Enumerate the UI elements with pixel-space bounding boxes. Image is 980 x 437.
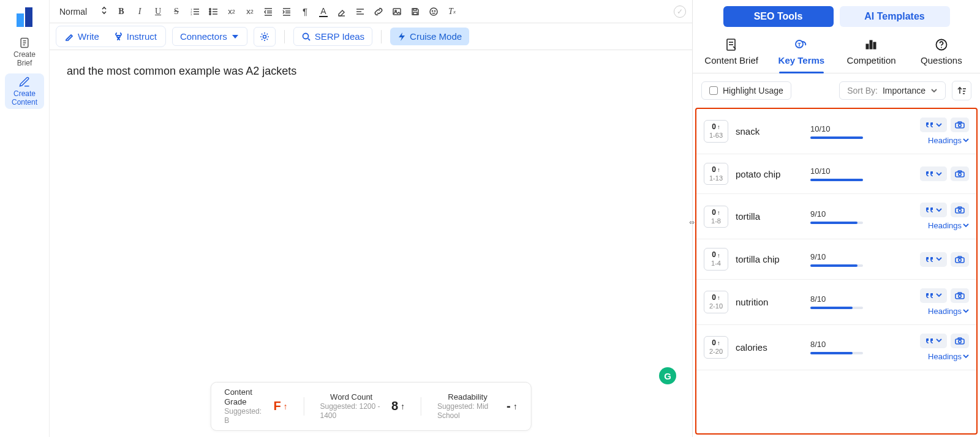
quote-icon xyxy=(925,292,934,299)
camera-icon xyxy=(955,206,965,214)
chevron-down-icon xyxy=(936,293,942,297)
sort-direction-button[interactable] xyxy=(952,81,971,100)
headings-link[interactable]: Headings xyxy=(928,352,969,361)
key-terms-tab[interactable]: T Key Terms xyxy=(766,32,836,73)
terms-icon: T xyxy=(794,38,809,51)
save-button[interactable] xyxy=(407,4,423,20)
outdent-button[interactable] xyxy=(260,4,276,20)
clear-format-button[interactable]: Tx xyxy=(444,4,460,20)
camera-button[interactable] xyxy=(951,203,969,217)
quote-button[interactable] xyxy=(920,118,947,132)
svg-point-67 xyxy=(959,295,961,297)
superscript-button[interactable]: x2 xyxy=(242,4,258,20)
content-brief-tab[interactable]: Content Brief xyxy=(696,32,766,73)
svg-point-37 xyxy=(303,33,308,39)
write-button[interactable]: Write xyxy=(58,28,107,45)
usage-badge: 0↑ 2-10 xyxy=(704,291,728,313)
quote-icon xyxy=(925,337,934,345)
headings-link[interactable]: Headings xyxy=(928,221,969,230)
grammarly-badge[interactable]: G xyxy=(659,367,676,384)
key-terms-list: 0↑ 1-63 snack 10/10 Headings 0↑ 1-13 xyxy=(695,108,978,435)
text-style-select[interactable]: Normal xyxy=(56,4,111,18)
grade-suggested: Suggested: B xyxy=(224,407,265,425)
quote-button[interactable] xyxy=(920,203,947,217)
create-brief-button[interactable]: Create Brief xyxy=(5,34,44,70)
term-name: calories xyxy=(736,342,803,353)
serp-ideas-button[interactable]: SERP Ideas xyxy=(293,27,372,46)
highlight-color-button[interactable] xyxy=(334,4,350,20)
sort-select[interactable]: Sort By: Importance xyxy=(839,81,946,100)
camera-button[interactable] xyxy=(951,288,969,303)
camera-button[interactable] xyxy=(951,334,969,348)
image-button[interactable] xyxy=(389,4,405,20)
subscript-button[interactable]: x2 xyxy=(224,4,239,20)
create-brief-label: Create Brief xyxy=(13,50,36,68)
indent-button[interactable] xyxy=(279,4,295,20)
svg-point-49 xyxy=(941,47,942,48)
term-score: 10/10 xyxy=(810,166,869,181)
underline-button[interactable]: U xyxy=(150,4,166,20)
headings-link[interactable]: Headings xyxy=(928,136,969,145)
connectors-button[interactable]: Connectors xyxy=(172,27,247,46)
bold-button[interactable]: B xyxy=(113,4,129,20)
logo xyxy=(12,2,37,27)
svg-point-33 xyxy=(432,10,432,11)
sort-value: Importance xyxy=(883,86,925,95)
arrow-up-icon: ↑ xyxy=(513,402,518,411)
link-button[interactable] xyxy=(371,4,386,20)
arrow-up-icon: ↑ xyxy=(401,402,405,411)
chevron-down-icon xyxy=(963,354,969,359)
italic-button[interactable]: I xyxy=(132,4,148,20)
term-score: 9/10 xyxy=(810,252,869,267)
quote-button[interactable] xyxy=(920,334,947,348)
grade-value: F↑ xyxy=(273,399,287,413)
emoji-button[interactable] xyxy=(426,4,442,20)
unordered-list-button[interactable] xyxy=(205,4,221,20)
questions-tab[interactable]: Questions xyxy=(907,32,976,73)
write-label: Write xyxy=(78,31,99,42)
text-color-button[interactable]: A xyxy=(315,4,331,20)
cruise-mode-button[interactable]: Cruise Mode xyxy=(390,28,469,45)
updown-icon xyxy=(101,6,107,17)
resize-handle-icon[interactable]: ⇔ xyxy=(689,219,695,226)
term-name: tortilla chip xyxy=(736,254,803,264)
settings-button[interactable] xyxy=(254,27,276,47)
chevron-down-icon xyxy=(936,123,942,127)
camera-icon xyxy=(955,337,965,345)
competition-tab[interactable]: Competition xyxy=(837,32,907,73)
highlight-usage-toggle[interactable]: Highlight Usage xyxy=(701,81,791,100)
camera-button[interactable] xyxy=(951,118,969,132)
term-name: potato chip xyxy=(736,169,803,179)
quote-button[interactable] xyxy=(920,166,947,181)
sort-label: Sort By: xyxy=(847,86,878,95)
svg-text:3: 3 xyxy=(190,12,192,15)
headings-link[interactable]: Headings xyxy=(928,307,969,316)
svg-rect-30 xyxy=(413,9,417,10)
term-score: 9/10 xyxy=(810,209,869,224)
competition-icon xyxy=(864,38,879,51)
cruise-mode-label: Cruise Mode xyxy=(410,31,462,42)
term-name: nutrition xyxy=(736,297,803,307)
term-score: 10/10 xyxy=(810,124,869,139)
ordered-list-button[interactable]: 123 xyxy=(187,4,203,20)
align-button[interactable] xyxy=(352,4,368,20)
readability-section: Readability Suggested: Mid School -↑ xyxy=(437,392,518,420)
camera-button[interactable] xyxy=(951,166,969,181)
ai-templates-tab[interactable]: AI Templates xyxy=(840,6,950,27)
chevron-down-icon xyxy=(231,34,239,40)
camera-button[interactable] xyxy=(951,252,969,267)
editor-content[interactable]: and the most common example was A2 jacke… xyxy=(50,50,692,437)
instruct-button[interactable]: Instruct xyxy=(107,28,164,45)
create-content-button[interactable]: Create Content xyxy=(5,73,44,109)
quote-button[interactable] xyxy=(920,252,947,267)
chevron-down-icon xyxy=(930,88,938,93)
editor-text: and the most common example was A2 jacke… xyxy=(67,65,296,77)
seo-tools-tab[interactable]: SEO Tools xyxy=(723,6,834,27)
text-style-label: Normal xyxy=(59,7,87,17)
quote-button[interactable] xyxy=(920,288,947,303)
read-title: Readability xyxy=(448,392,487,402)
direction-button[interactable]: ¶ xyxy=(297,4,313,20)
strike-button[interactable]: S xyxy=(168,4,184,20)
svg-rect-46 xyxy=(870,40,872,49)
command-icon xyxy=(114,32,123,41)
